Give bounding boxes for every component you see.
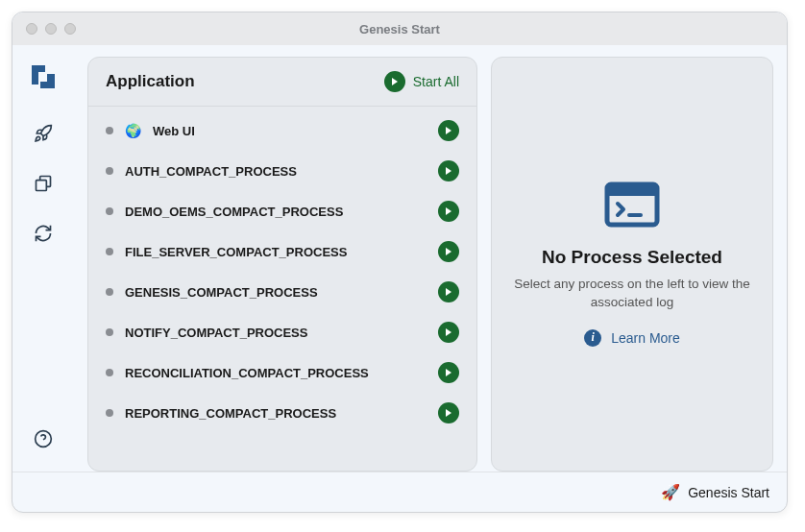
- status-dot-icon: [106, 288, 113, 296]
- panel-title: Application: [106, 72, 195, 91]
- start-process-button[interactable]: [438, 201, 459, 222]
- app-logo-icon: [29, 62, 58, 95]
- window-titlebar: Genesis Start: [12, 12, 787, 45]
- sidebar-sync-icon[interactable]: [26, 216, 61, 251]
- process-name: DEMO_OEMS_COMPACT_PROCESS: [125, 205, 427, 219]
- start-process-button[interactable]: [438, 402, 459, 423]
- start-all-label: Start All: [413, 74, 459, 89]
- process-list[interactable]: 🌍Web UIAUTH_COMPACT_PROCESSDEMO_OEMS_COM…: [88, 107, 476, 471]
- play-icon: [384, 71, 405, 92]
- sidebar-help-icon[interactable]: [26, 422, 61, 456]
- process-row[interactable]: GENESIS_COMPACT_PROCESS: [88, 272, 476, 312]
- footer: 🚀 Genesis Start: [12, 472, 787, 512]
- sidebar-rocket-icon[interactable]: [26, 116, 61, 151]
- empty-state-title: No Process Selected: [542, 247, 722, 268]
- process-name: FILE_SERVER_COMPACT_PROCESS: [125, 245, 427, 259]
- process-name: Web UI: [153, 124, 427, 138]
- process-row[interactable]: NOTIFY_COMPACT_PROCESS: [88, 312, 476, 352]
- detail-panel: No Process Selected Select any process o…: [491, 57, 773, 472]
- sidebar: [12, 57, 74, 472]
- process-row[interactable]: FILE_SERVER_COMPACT_PROCESS: [88, 231, 476, 272]
- process-name: REPORTING_COMPACT_PROCESS: [125, 406, 427, 421]
- status-dot-icon: [106, 127, 113, 134]
- status-dot-icon: [106, 369, 113, 376]
- start-process-button[interactable]: [438, 281, 459, 302]
- info-icon: i: [584, 329, 601, 347]
- start-process-button[interactable]: [438, 160, 459, 181]
- rocket-icon: 🚀: [661, 483, 680, 501]
- process-row[interactable]: DEMO_OEMS_COMPACT_PROCESS: [88, 191, 476, 231]
- status-dot-icon: [106, 248, 113, 255]
- process-row[interactable]: AUTH_COMPACT_PROCESS: [88, 151, 476, 191]
- svg-rect-1: [37, 181, 47, 191]
- start-all-button[interactable]: Start All: [384, 71, 459, 92]
- learn-more-link[interactable]: i Learn More: [584, 329, 680, 347]
- learn-more-label: Learn More: [611, 330, 680, 346]
- footer-label: Genesis Start: [688, 485, 769, 500]
- status-dot-icon: [106, 328, 113, 336]
- process-panel: Application Start All 🌍Web UIAUTH_COMPAC…: [87, 57, 477, 472]
- empty-state-description: Select any process on the left to view t…: [512, 276, 752, 312]
- sidebar-layers-icon[interactable]: [26, 166, 61, 201]
- process-name: NOTIFY_COMPACT_PROCESS: [125, 326, 427, 340]
- status-dot-icon: [106, 167, 113, 175]
- start-process-button[interactable]: [438, 362, 459, 383]
- process-name: AUTH_COMPACT_PROCESS: [125, 164, 427, 179]
- process-type-icon: 🌍: [125, 123, 141, 138]
- window-title: Genesis Start: [12, 22, 787, 36]
- process-name: RECONCILIATION_COMPACT_PROCESS: [125, 366, 427, 380]
- status-dot-icon: [106, 207, 113, 215]
- process-row[interactable]: REPORTING_COMPACT_PROCESS: [88, 393, 476, 433]
- process-row[interactable]: RECONCILIATION_COMPACT_PROCESS: [88, 352, 476, 393]
- start-process-button[interactable]: [438, 120, 459, 141]
- start-process-button[interactable]: [438, 241, 459, 262]
- svg-rect-5: [607, 184, 657, 196]
- start-process-button[interactable]: [438, 322, 459, 343]
- terminal-icon: [604, 181, 660, 231]
- status-dot-icon: [106, 409, 113, 417]
- process-name: GENESIS_COMPACT_PROCESS: [125, 285, 427, 300]
- process-row[interactable]: 🌍Web UI: [88, 110, 476, 151]
